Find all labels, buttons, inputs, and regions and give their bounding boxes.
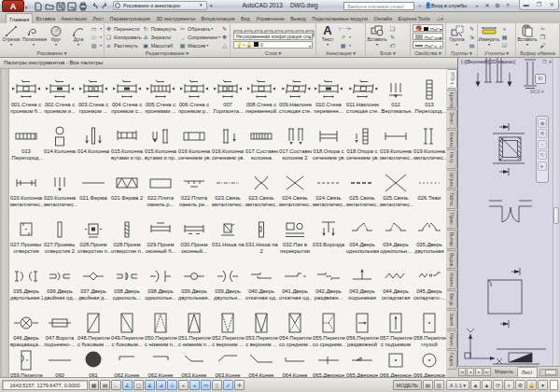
layer-tool-icon[interactable] bbox=[295, 24, 304, 32]
properties-panel-title[interactable]: Свойства ▾ bbox=[411, 49, 445, 57]
palette-item[interactable]: 038.Дверьоднопольн... bbox=[144, 264, 177, 301]
palette-item[interactable]: 064.Конек bbox=[278, 348, 312, 377]
polyline-button[interactable]: Полилиния▾ bbox=[22, 23, 45, 47]
polar-toggle[interactable]: ∠ bbox=[122, 380, 133, 390]
palette-item[interactable]: 030.Проемоконный... bbox=[177, 217, 211, 255]
sync-icon[interactable]: ⟳ bbox=[493, 380, 503, 390]
layout-tab-scrollbar[interactable] bbox=[539, 369, 558, 376]
palette-item[interactable]: 065.Дверное bbox=[312, 348, 345, 377]
status-menu-arrow-icon[interactable]: ▾ bbox=[538, 380, 548, 390]
match-properties-button[interactable]: 🖌 bbox=[539, 41, 548, 49]
palette-item[interactable]: 027.Проемы иотверстия 2 bbox=[43, 217, 77, 255]
layers-panel-title[interactable]: Слои ▾ bbox=[231, 49, 315, 57]
modify-panel-title[interactable]: Редактирование ▾ bbox=[105, 49, 230, 57]
qp-toggle[interactable]: ▭ bbox=[201, 380, 211, 390]
palette-item[interactable]: 043.Дверьподъемная bbox=[345, 264, 379, 301]
palette-tab-9[interactable]: Вычер... bbox=[447, 230, 457, 249]
palette-item[interactable]: 028.Проемотверстие п... bbox=[77, 217, 110, 255]
canvas-scrollbar-thumb[interactable] bbox=[553, 207, 559, 224]
ribbon-tab-вид[interactable]: Вид bbox=[238, 13, 253, 23]
palette-item[interactable]: 014.Колонна 2 bbox=[77, 124, 110, 155]
palette-item[interactable]: 017.Составнаяколонна 2 bbox=[278, 124, 312, 161]
workspace-switch-icon[interactable]: ⚙ bbox=[515, 380, 525, 390]
ribbon-tab-аннотации[interactable]: Аннотации bbox=[58, 13, 90, 23]
palette-item[interactable]: 023.Связьметалличес... bbox=[211, 171, 245, 208]
move-button[interactable]: ✥Перенести bbox=[105, 24, 142, 33]
palette-item[interactable]: 016.Колонна ссечением ув... bbox=[211, 124, 245, 161]
palette-item[interactable]: 007.Горизонта... bbox=[211, 77, 245, 115]
ortho-toggle[interactable]: ∟ bbox=[111, 380, 121, 390]
help-icon[interactable]: ? bbox=[504, 2, 511, 10]
palette-item[interactable]: 003.Стена спроемом ... bbox=[77, 77, 110, 115]
palette-item[interactable]: 028.Проемотверстие п... bbox=[110, 217, 144, 255]
palette-item[interactable]: 027.Проемы иотверстия bbox=[9, 217, 43, 255]
utilities-panel-title[interactable]: Утилиты ▾ bbox=[478, 49, 515, 57]
layer-tool-icon[interactable] bbox=[285, 24, 294, 32]
palette-item[interactable]: 034.Дверьоднопольная bbox=[345, 217, 379, 255]
line-button[interactable]: Отрезок▾ bbox=[0, 23, 22, 47]
measure-button[interactable]: Измерить▾ bbox=[478, 23, 500, 47]
create-block-button[interactable]: ❑ bbox=[388, 24, 398, 33]
palette-tab-1[interactable]: УГО з... bbox=[447, 69, 457, 89]
showmotion-icon[interactable]: ▸ bbox=[538, 161, 547, 171]
palette-item[interactable]: 016.Колонна ссечением ув... bbox=[177, 124, 211, 161]
palette-item[interactable]: 048.Переплетс боковым ... bbox=[77, 311, 110, 348]
quick-view-drawings-icon[interactable]: ▥ bbox=[434, 380, 444, 390]
zoom-icon[interactable]: ⌕ bbox=[538, 140, 547, 149]
sc-toggle[interactable]: ▯ bbox=[212, 380, 222, 390]
group-button[interactable]: Группа▾ bbox=[446, 23, 468, 47]
palette-tab-5[interactable]: Несу... bbox=[447, 149, 457, 169]
scale-button[interactable]: ▣Масштаб bbox=[142, 41, 178, 49]
isolate-objects-icon[interactable]: ◐ bbox=[504, 380, 514, 390]
dimension-button[interactable]: ⊢⊣▾ bbox=[339, 24, 351, 33]
palette-title-bar[interactable]: Палитры инструментов - Все палитры bbox=[0, 58, 457, 69]
palette-item[interactable]: 062.Конек bbox=[110, 348, 144, 377]
cut-button[interactable]: ✂ bbox=[539, 24, 548, 33]
layout-tab-scroll-thumb[interactable] bbox=[545, 370, 556, 375]
osnap-toggle[interactable]: ◻ bbox=[133, 380, 144, 390]
layer-tool-icon[interactable] bbox=[264, 24, 273, 32]
model-space-button[interactable]: МОДЕЛЬ bbox=[393, 380, 422, 390]
rectangle-button[interactable]: ▭▾ bbox=[90, 24, 102, 33]
copy-button[interactable]: ❏Копировать bbox=[105, 33, 142, 41]
ribbon-tab-3d-инструменты[interactable]: 3D инструменты bbox=[153, 13, 198, 23]
grid-toggle[interactable]: ▤ bbox=[100, 380, 110, 390]
fillet-button[interactable]: ◞Сопряжение▾ bbox=[178, 33, 220, 41]
clean-screen-button[interactable] bbox=[550, 380, 558, 390]
palette-item[interactable]: 026.Тяжи bbox=[413, 171, 446, 202]
offset-button[interactable]: △ bbox=[220, 41, 230, 49]
palette-item[interactable]: 018.Опора ссечением ув... bbox=[345, 124, 379, 161]
clipboard-panel-title[interactable]: Буфер обмена bbox=[516, 49, 559, 57]
palette-item[interactable]: 022.Плитапанель ре... bbox=[177, 171, 211, 208]
ribbon-tab-express-tools[interactable]: Express Tools bbox=[395, 13, 433, 23]
palette-item[interactable]: 036.Дверьдвойная од... bbox=[43, 264, 77, 301]
close-button[interactable]: ✕ bbox=[545, 0, 558, 9]
palette-item[interactable]: 015.Колонна свутами и пр... bbox=[144, 124, 177, 161]
palette-item[interactable]: 004.Стена спроемом с... bbox=[110, 77, 144, 115]
signin-button[interactable]: Вход в службы bbox=[431, 2, 467, 10]
annotation-visibility-icon[interactable]: ▲ bbox=[470, 380, 481, 390]
palette-item[interactable]: 025.Связьметалличес... bbox=[345, 171, 379, 208]
ribbon-tab-подключаемые-модули[interactable]: Подключаемые модули bbox=[309, 13, 371, 23]
am-toggle[interactable]: ✓ bbox=[223, 380, 233, 390]
ribbon-tab-вывод[interactable]: Вывод bbox=[287, 13, 309, 23]
annotation-scale-button[interactable]: А 1:1 ▾ bbox=[446, 380, 469, 390]
palette-tab-11[interactable]: Измен... bbox=[447, 270, 457, 289]
palette-tab-6[interactable]: Штрих... bbox=[447, 170, 457, 189]
ribbon-tab-лист[interactable]: Лист bbox=[90, 13, 106, 23]
tpy-toggle[interactable]: + bbox=[189, 380, 200, 390]
palette-item[interactable]: 044.Дверьскладчатая bbox=[379, 264, 413, 301]
palette-item[interactable]: 039.Дверьдвупольная... bbox=[177, 264, 211, 301]
palette-item[interactable]: 002.Стена спроемом и... bbox=[43, 77, 77, 115]
layer-tool-icon[interactable] bbox=[233, 24, 243, 32]
search-input[interactable]: Введите ключевое слово/фразу bbox=[343, 2, 414, 10]
pan-icon[interactable]: ✥ bbox=[538, 129, 547, 138]
hatch-button[interactable]: ▨▾ bbox=[90, 41, 102, 49]
palette-item[interactable]: 009.Наклонностоящая сте... bbox=[278, 77, 312, 115]
communication-icon[interactable]: ⚙ bbox=[494, 2, 501, 10]
palette-item[interactable]: 025.Связьметалличес... bbox=[379, 171, 413, 208]
palette-item[interactable]: 045.Дверьскладчато-... bbox=[413, 264, 446, 301]
palette-item[interactable]: 047.Воротаподъемно-... bbox=[43, 311, 77, 348]
ungroup-button[interactable]: ✎ bbox=[468, 24, 477, 33]
palette-tab-3[interactable]: Элект... bbox=[447, 109, 457, 129]
